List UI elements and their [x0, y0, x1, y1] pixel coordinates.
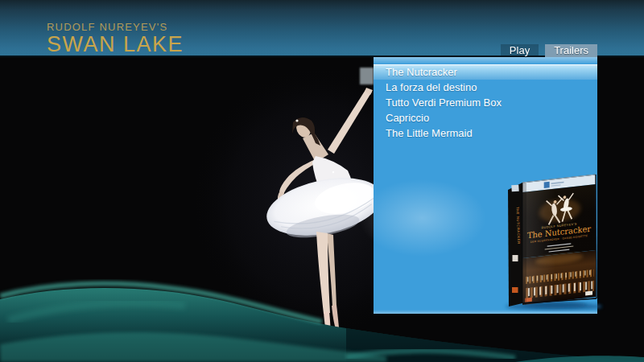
trailer-item-the-little-mermaid[interactable]: The Little Mermaid	[374, 125, 597, 141]
trailer-item-the-nutcracker[interactable]: The Nutcracker	[374, 64, 597, 80]
page-title: SWAN LAKE	[47, 34, 184, 56]
menu-tabs: Play Trailers	[501, 44, 597, 57]
spine-label-logo-icon	[513, 255, 518, 261]
spine-orange-logo-icon	[512, 287, 518, 293]
trailer-item-tutto-verdi-premium-box[interactable]: Tutto Verdi Premium Box	[374, 95, 597, 110]
trailer-item-capriccio[interactable]: Capriccio	[374, 110, 597, 125]
tiara-sparkle	[295, 119, 298, 121]
artist-subtitle: RUDOLF NUREYEV'S	[47, 21, 184, 33]
tab-trailers[interactable]: Trailers	[545, 44, 597, 57]
background-grey-object	[360, 68, 374, 84]
translucent-tutu-glow	[356, 178, 489, 258]
title-block: RUDOLF NUREYEV'S SWAN LAKE	[47, 21, 184, 56]
dvd-spine: THE NUTCRACKER	[508, 183, 522, 306]
spine-top-logo-icon	[511, 185, 519, 192]
tab-play[interactable]: Play	[501, 44, 539, 57]
trailer-list: The Nutcracker La forza del destino Tutt…	[374, 64, 597, 141]
trailers-panel: The Nutcracker La forza del destino Tutt…	[374, 57, 597, 314]
trailer-item-la-forza-del-destino[interactable]: La forza del destino	[374, 80, 597, 95]
dvd-cover-the-nutcracker: THE NUTCRACKER	[491, 165, 608, 314]
dvd-front-cover: RUDOLF NUREYEV'S The Nutcracker DER NUSS…	[522, 175, 596, 305]
